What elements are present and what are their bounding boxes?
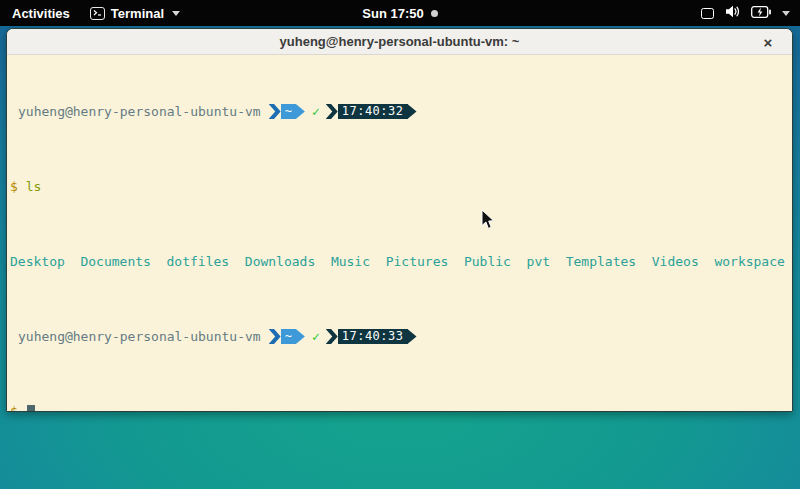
recording-indicator-icon [431, 10, 438, 17]
battery-charging-icon [751, 6, 771, 21]
segment-point [296, 104, 305, 119]
window-titlebar[interactable]: yuheng@henry-personal-ubuntu-vm: ~ × [7, 29, 792, 55]
terminal-cursor [27, 405, 35, 412]
prompt-dollar: $ [10, 179, 18, 194]
segment-point [408, 329, 417, 344]
powerline-time-segment: 17:40:33 [320, 329, 417, 344]
prompt-time: 17:40:32 [338, 104, 408, 119]
screen-share-icon [701, 8, 714, 19]
powerline-path-segment: ~ [261, 104, 305, 119]
system-status-area[interactable] [701, 0, 790, 26]
typed-command: ls [26, 179, 42, 194]
ls-output: Desktop Documents dotfiles Downloads Mus… [10, 254, 792, 269]
prompt-user-host: yuheng@henry-personal-ubuntu-vm [18, 329, 261, 344]
prompt-time: 17:40:33 [338, 329, 408, 344]
top-bar: Activities Terminal Sun 17:50 [0, 0, 800, 26]
status-check-icon: ✓ [312, 329, 320, 344]
terminal-content[interactable]: yuheng@henry-personal-ubuntu-vm ~ ✓ 17:4… [7, 55, 792, 412]
terminal-icon [90, 7, 105, 20]
powerline-path-segment: ~ [261, 329, 305, 344]
prompt-user-host: yuheng@henry-personal-ubuntu-vm [18, 104, 261, 119]
app-menu[interactable]: Terminal [90, 6, 180, 21]
prompt-dollar: $ [10, 404, 18, 412]
prompt-line: yuheng@henry-personal-ubuntu-vm ~ ✓ 17:4… [10, 329, 792, 344]
segment-point [408, 104, 417, 119]
app-menu-label: Terminal [111, 6, 164, 21]
desktop: { "topbar": { "activities_label": "Activ… [0, 0, 800, 489]
close-icon[interactable]: × [758, 29, 778, 55]
chevron-down-icon [782, 11, 790, 16]
powerline-time-segment: 17:40:32 [320, 104, 417, 119]
status-check-icon: ✓ [312, 104, 320, 119]
chevron-right-icon [326, 104, 338, 119]
chevron-right-icon [326, 329, 338, 344]
prompt-path: ~ [281, 104, 296, 119]
chevron-right-icon [269, 329, 281, 344]
input-line[interactable]: $ [10, 404, 792, 412]
window-title: yuheng@henry-personal-ubuntu-vm: ~ [280, 34, 520, 49]
clock-label: Sun 17:50 [362, 6, 423, 21]
volume-icon [725, 5, 740, 21]
chevron-right-icon [269, 104, 281, 119]
prompt-path: ~ [281, 329, 296, 344]
activities-button[interactable]: Activities [10, 4, 72, 23]
chevron-down-icon [172, 11, 180, 16]
segment-point [296, 329, 305, 344]
terminal-window: yuheng@henry-personal-ubuntu-vm: ~ × yuh… [6, 28, 793, 412]
prompt-line: yuheng@henry-personal-ubuntu-vm ~ ✓ 17:4… [10, 104, 792, 119]
command-line: $ ls [10, 179, 792, 194]
